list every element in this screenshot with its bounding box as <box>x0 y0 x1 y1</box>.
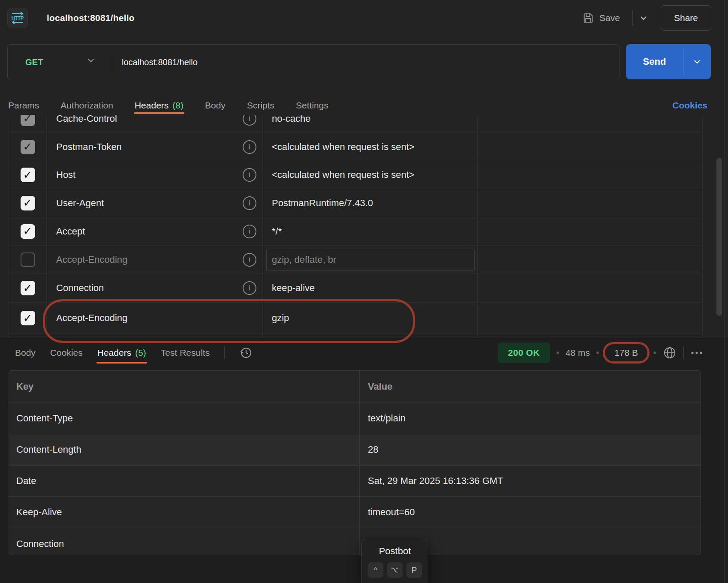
response-header-key: Connection <box>9 528 360 555</box>
method-chevron-icon[interactable] <box>87 58 96 66</box>
header-key[interactable]: Cache-Control <box>56 115 117 124</box>
response-meta-divider <box>683 347 684 359</box>
header-value[interactable]: keep-alive <box>272 282 315 294</box>
response-time: 48 ms <box>566 348 590 358</box>
header-description[interactable] <box>478 115 702 132</box>
row-checkbox[interactable] <box>21 140 35 154</box>
header-row-connection: Connection keep-alive <box>9 274 702 303</box>
info-icon[interactable] <box>243 168 256 182</box>
info-icon[interactable] <box>243 115 256 126</box>
tab-headers[interactable]: Headers (8) <box>135 96 184 114</box>
table-row: Content-Length 28 <box>9 434 701 466</box>
header-key[interactable]: Connection <box>56 282 104 294</box>
info-icon[interactable] <box>243 281 256 295</box>
header-row-user-agent: User-Agent PostmanRuntime/7.43.0 <box>9 189 702 217</box>
response-meta: 200 OK 48 ms 178 B <box>498 339 703 367</box>
tab-scripts[interactable]: Scripts <box>247 96 274 114</box>
header-key[interactable]: Accept-Encoding <box>56 313 127 324</box>
header-value[interactable]: no-cache <box>272 115 311 124</box>
annotation-circle: 178 B <box>603 342 650 364</box>
row-checkbox[interactable] <box>21 281 35 295</box>
row-checkbox[interactable] <box>21 311 35 325</box>
send-button[interactable]: Send <box>626 44 711 79</box>
header-description[interactable] <box>478 189 702 217</box>
tab-params[interactable]: Params <box>8 96 39 114</box>
share-label: Share <box>674 13 698 23</box>
response-tab-headers[interactable]: Headers (5) <box>97 339 146 367</box>
send-label[interactable]: Send <box>626 44 683 79</box>
header-value[interactable]: <calculated when request is sent> <box>272 169 415 180</box>
info-icon[interactable] <box>243 196 256 210</box>
header-key[interactable]: Accept-Encoding <box>56 254 127 265</box>
save-label: Save <box>599 13 620 23</box>
header-value[interactable]: PostmanRuntime/7.43.0 <box>272 198 373 209</box>
header-key[interactable]: Accept <box>56 226 85 237</box>
response-header-value: 28 <box>360 434 701 465</box>
row-checkbox[interactable] <box>21 196 35 210</box>
response-header-key: Content-Type <box>9 403 360 434</box>
table-row: Date Sat, 29 Mar 2025 16:13:36 GMT <box>9 466 701 497</box>
info-icon[interactable] <box>243 225 256 238</box>
header-row-host: Host <calculated when request is sent> <box>9 161 702 189</box>
header-description[interactable] <box>478 217 702 245</box>
method-selector[interactable]: GET <box>25 57 51 67</box>
column-header-value: Value <box>360 371 701 403</box>
table-row: Connection <box>9 528 701 555</box>
row-checkbox[interactable] <box>21 252 35 267</box>
control-key: ^ <box>368 562 383 578</box>
header-row-postman-token: Postman-Token <calculated when request i… <box>9 133 702 161</box>
share-button[interactable]: Share <box>661 5 711 31</box>
network-globe-icon[interactable] <box>662 346 677 360</box>
row-checkbox[interactable] <box>21 115 35 126</box>
url-input[interactable]: localhost:8081/hello <box>122 57 198 67</box>
save-icon <box>582 12 594 24</box>
save-options-chevron-icon[interactable] <box>638 13 649 23</box>
header-description[interactable] <box>478 303 702 334</box>
info-icon[interactable] <box>243 253 256 267</box>
tab-authorization[interactable]: Authorization <box>60 96 113 114</box>
header-description[interactable] <box>478 274 702 302</box>
response-header-key: Content-Length <box>9 434 360 465</box>
toolbar-divider <box>632 10 633 26</box>
header-description[interactable] <box>478 133 702 161</box>
history-icon[interactable] <box>239 339 253 367</box>
postbot-popup[interactable]: Postbot ^ P <box>361 539 428 583</box>
response-table-header: Key Value <box>9 371 701 403</box>
p-key: P <box>406 562 422 578</box>
header-value[interactable]: */* <box>272 226 282 237</box>
svg-text:HTTP: HTTP <box>12 15 24 21</box>
separator-dot <box>653 352 656 354</box>
header-value[interactable]: <calculated when request is sent> <box>272 141 415 153</box>
header-row-cache-control: Cache-Control no-cache <box>9 115 702 133</box>
header-key[interactable]: User-Agent <box>56 198 104 209</box>
postbot-shortcut: ^ P <box>362 562 428 578</box>
more-options-icon[interactable] <box>690 351 703 355</box>
header-key[interactable]: Host <box>56 169 75 180</box>
response-tab-body[interactable]: Body <box>15 339 36 367</box>
header-description[interactable] <box>478 161 702 189</box>
response-tabs: Body Cookies Headers (5) Test Results <box>15 339 253 367</box>
value-input[interactable]: gzip, deflate, br <box>266 249 475 271</box>
tab-body[interactable]: Body <box>205 96 226 114</box>
table-row: Content-Type text/plain <box>9 403 701 434</box>
send-options-chevron-icon[interactable] <box>683 44 711 79</box>
tab-settings[interactable]: Settings <box>296 96 328 114</box>
row-checkbox[interactable] <box>21 224 35 239</box>
header-value[interactable]: gzip <box>272 313 289 324</box>
response-tab-cookies[interactable]: Cookies <box>50 339 83 367</box>
scrollbar-thumb[interactable] <box>716 158 722 316</box>
status-badge: 200 OK <box>498 343 550 363</box>
save-button[interactable]: Save <box>582 0 620 36</box>
url-divider <box>110 52 110 72</box>
cookies-link[interactable]: Cookies <box>672 96 707 114</box>
header-key[interactable]: Postman-Token <box>56 141 122 153</box>
response-size: 178 B <box>614 348 638 358</box>
http-request-icon: HTTP <box>7 8 28 28</box>
header-row-accept-encoding-gzip: Accept-Encoding gzip <box>9 303 702 334</box>
response-header-value: text/plain <box>360 403 701 434</box>
response-tab-test-results[interactable]: Test Results <box>161 339 210 367</box>
info-icon[interactable] <box>243 140 256 154</box>
headers-count-badge: (8) <box>172 100 184 111</box>
row-checkbox[interactable] <box>21 168 35 182</box>
header-description[interactable] <box>478 246 702 273</box>
